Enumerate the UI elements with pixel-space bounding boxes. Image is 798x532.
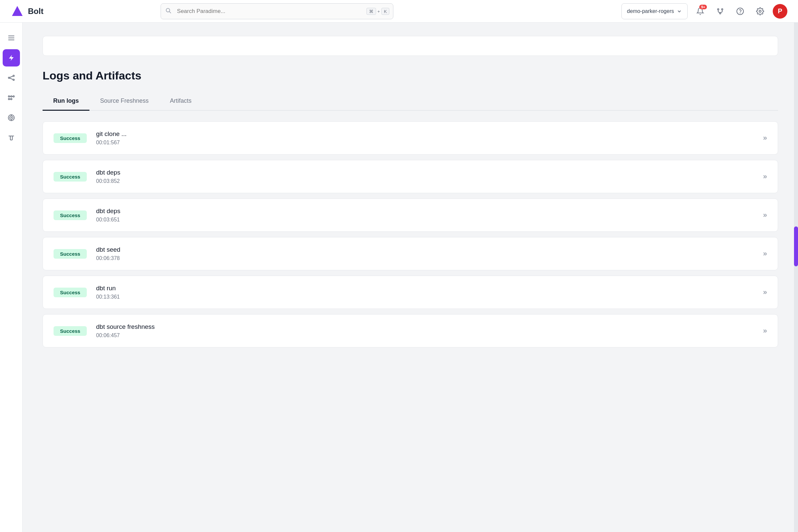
- log-row[interactable]: Success dbt seed 00:06:378 »: [42, 237, 778, 270]
- status-badge: Success: [54, 133, 87, 143]
- svg-point-1: [166, 8, 170, 12]
- kbd-plus: +: [377, 8, 380, 14]
- log-row[interactable]: Success dbt run 00:13:361 »: [42, 276, 778, 309]
- svg-point-18: [8, 77, 10, 78]
- help-button[interactable]: [733, 4, 747, 19]
- search-icon: [165, 7, 171, 15]
- kbd-key: K: [381, 8, 390, 15]
- svg-line-9: [720, 12, 722, 13]
- tab-run-logs[interactable]: Run logs: [42, 92, 90, 111]
- sidebar: [0, 23, 23, 532]
- workspace-name: demo-parker-rogers: [627, 8, 674, 14]
- user-avatar[interactable]: P: [773, 4, 787, 19]
- sidebar-item-bolt[interactable]: [3, 49, 20, 66]
- svg-point-4: [722, 8, 723, 10]
- fork-icon: [716, 7, 724, 15]
- chevron-right-icon: »: [763, 326, 767, 335]
- svg-point-3: [718, 8, 719, 10]
- log-info: dbt deps 00:03:651: [96, 208, 763, 223]
- scrollbar-thumb[interactable]: [794, 226, 798, 266]
- section-title: Logs and Artifacts: [42, 69, 778, 82]
- log-time: 00:01:567: [96, 140, 763, 146]
- log-name: git clone ...: [96, 130, 763, 138]
- share-icon: [8, 74, 15, 81]
- tab-artifacts[interactable]: Artifacts: [159, 92, 202, 111]
- sidebar-item-text[interactable]: [3, 129, 20, 146]
- search-shortcut: ⌘ + K: [366, 8, 390, 15]
- chevron-right-icon: »: [763, 134, 767, 142]
- log-info: dbt deps 00:03:852: [96, 169, 763, 184]
- sidebar-item-menu[interactable]: [3, 29, 20, 46]
- svg-point-17: [13, 75, 14, 76]
- text-icon: [8, 134, 15, 141]
- log-name: dbt run: [96, 285, 763, 292]
- svg-line-2: [169, 11, 171, 13]
- log-time: 00:06:457: [96, 332, 763, 339]
- app-name: Bolt: [28, 7, 43, 16]
- chevron-right-icon: »: [763, 249, 767, 258]
- log-row[interactable]: Success dbt deps 00:03:651 »: [42, 198, 778, 232]
- svg-point-11: [740, 13, 740, 13]
- svg-point-24: [13, 96, 14, 97]
- svg-point-22: [8, 96, 10, 97]
- svg-marker-16: [9, 55, 14, 61]
- sidebar-item-pipeline[interactable]: [3, 89, 20, 107]
- topbar-right: demo-parker-rogers 9+: [622, 3, 787, 19]
- log-info: dbt seed 00:06:378: [96, 246, 763, 261]
- log-time: 00:06:378: [96, 255, 763, 261]
- notification-badge: 9+: [699, 5, 707, 9]
- status-badge: Success: [54, 210, 87, 220]
- scrollbar-track[interactable]: [794, 23, 798, 532]
- log-row[interactable]: Success dbt source freshness 00:06:457 »: [42, 314, 778, 347]
- radar-icon: [8, 114, 15, 121]
- sidebar-item-share[interactable]: [3, 69, 20, 87]
- log-name: dbt deps: [96, 169, 763, 176]
- chevron-right-icon: »: [763, 288, 767, 297]
- svg-point-5: [720, 13, 721, 14]
- log-info: dbt source freshness 00:06:457: [96, 323, 763, 339]
- tab-source-freshness[interactable]: Source Freshness: [90, 92, 159, 111]
- log-list: Success git clone ... 00:01:567 » Succes…: [42, 121, 778, 347]
- main-content: Logs and Artifacts Run logs Source Fresh…: [23, 23, 798, 532]
- svg-point-25: [8, 98, 10, 100]
- svg-point-32: [11, 117, 12, 118]
- bolt-icon: [8, 54, 15, 61]
- notifications-button[interactable]: 9+: [693, 4, 707, 19]
- settings-button[interactable]: [753, 4, 767, 19]
- logo-area: Bolt: [11, 5, 43, 18]
- log-info: git clone ... 00:01:567: [96, 130, 763, 146]
- status-badge: Success: [54, 326, 87, 336]
- log-info: dbt run 00:13:361: [96, 285, 763, 300]
- status-badge: Success: [54, 249, 87, 259]
- log-time: 00:13:361: [96, 294, 763, 300]
- svg-line-21: [10, 78, 13, 79]
- svg-line-8: [718, 12, 720, 13]
- log-time: 00:03:852: [96, 178, 763, 184]
- chevron-right-icon: »: [763, 172, 767, 181]
- search-bar: ⌘ + K: [160, 3, 393, 19]
- svg-marker-0: [12, 6, 23, 16]
- search-input[interactable]: [160, 3, 393, 19]
- log-row[interactable]: Success git clone ... 00:01:567 »: [42, 121, 778, 155]
- help-icon: [736, 7, 744, 15]
- log-row[interactable]: Success dbt deps 00:03:852 »: [42, 160, 778, 193]
- svg-point-23: [11, 96, 12, 97]
- log-time: 00:03:651: [96, 217, 763, 223]
- chevron-right-icon: »: [763, 211, 767, 220]
- log-name: dbt seed: [96, 246, 763, 253]
- status-badge: Success: [54, 288, 87, 297]
- workspace-selector[interactable]: demo-parker-rogers: [622, 3, 688, 19]
- pipeline-icon: [8, 94, 15, 101]
- fork-button[interactable]: [713, 4, 727, 19]
- svg-point-26: [11, 98, 12, 100]
- sidebar-item-radar[interactable]: [3, 109, 20, 126]
- chevron-down-icon: [677, 8, 682, 14]
- log-name: dbt deps: [96, 208, 763, 215]
- settings-icon: [756, 7, 764, 15]
- topbar: Bolt ⌘ + K demo-parker-rogers: [0, 0, 798, 23]
- status-badge: Success: [54, 172, 87, 182]
- log-name: dbt source freshness: [96, 323, 763, 330]
- tabs: Run logs Source Freshness Artifacts: [42, 92, 778, 111]
- menu-icon: [8, 34, 15, 41]
- svg-point-19: [13, 79, 14, 80]
